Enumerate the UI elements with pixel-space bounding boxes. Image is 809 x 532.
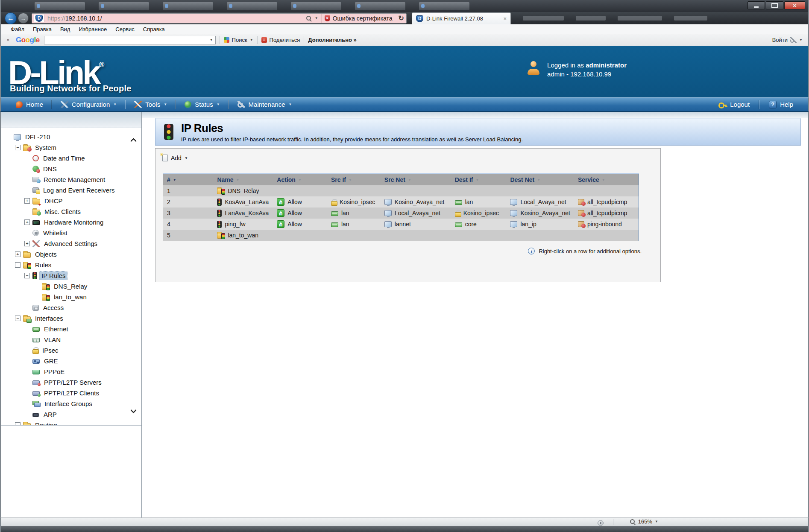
tree-scroll-down[interactable]	[128, 406, 139, 417]
tree-item-hardware-monitoring[interactable]: +Hardware Monitoring	[1, 217, 141, 228]
tree-item-pppoe[interactable]: PPPoE	[1, 366, 141, 377]
search-history-dropdown-icon[interactable]	[208, 38, 215, 42]
tree-item-dns-relay[interactable]: DNS_Relay	[1, 281, 141, 292]
expand-icon[interactable]: +	[24, 219, 30, 225]
toolbar-close-icon[interactable]	[6, 37, 15, 43]
collapse-icon[interactable]: −	[15, 422, 21, 426]
tree-item-access[interactable]: Access	[1, 302, 141, 313]
nav-help[interactable]: Help	[760, 98, 802, 111]
toolbar-settings-icon[interactable]	[790, 37, 797, 43]
expand-icon[interactable]: +	[15, 251, 21, 257]
menu-[interactable]: Правка	[29, 25, 56, 33]
tree-item-log-and-event-receivers[interactable]: Log and Event Receivers	[1, 185, 141, 196]
tree-item-dfl-210[interactable]: DFL-210	[1, 132, 141, 142]
log-icon	[32, 187, 39, 193]
nav-status[interactable]: Status	[176, 98, 228, 111]
browser-tab[interactable]: D-Link Firewall 2.27.08	[412, 12, 511, 24]
google-search-button[interactable]: Поиск	[224, 37, 253, 43]
tree-item-remote-management[interactable]: Remote Management	[1, 174, 141, 185]
minimize-button[interactable]	[747, 1, 765, 9]
back-button[interactable]	[5, 12, 17, 24]
signin-button[interactable]: Войти	[772, 37, 803, 43]
background-window-item	[99, 2, 149, 10]
add-dropdown-icon[interactable]	[185, 156, 188, 160]
nav-logout[interactable]: Logout	[710, 98, 758, 111]
column-header-action[interactable]: Action	[273, 174, 327, 185]
collapse-icon[interactable]: −	[15, 262, 21, 268]
maximize-button[interactable]	[766, 1, 783, 9]
menu-[interactable]: Файл	[6, 25, 29, 33]
tree-item-ipsec[interactable]: IPsec	[1, 345, 141, 356]
search-options-dropdown-icon[interactable]	[250, 38, 253, 42]
expand-icon[interactable]: +	[24, 198, 30, 204]
tree-item-ethernet[interactable]: Ethernet	[1, 324, 141, 334]
column-header-dest-if[interactable]: Dest If	[451, 174, 507, 185]
rule-row-5[interactable]: 5lan_to_wan	[163, 230, 639, 241]
nav-home[interactable]: Home	[7, 98, 52, 111]
tree-item-interface-groups[interactable]: Interface Groups	[1, 398, 141, 409]
column-header-src-net[interactable]: Src Net	[381, 174, 451, 185]
tree-item-date-and-time[interactable]: Date and Time	[1, 153, 141, 164]
refresh-icon[interactable]	[399, 15, 404, 22]
column-header-dest-net[interactable]: Dest Net	[506, 174, 574, 185]
tree-item-dns[interactable]: DNS	[1, 164, 141, 174]
tree-label: DHCP	[43, 197, 64, 205]
tree-item-whitelist[interactable]: Whitelist	[1, 228, 141, 238]
rule-row-1[interactable]: 1DNS_Relay	[163, 185, 639, 196]
tree-item-lan-to-wan[interactable]: lan_to_wan	[1, 292, 141, 302]
tree-item-misc-clients[interactable]: Misc. Clients	[1, 206, 141, 217]
column-header-name[interactable]: Name	[213, 174, 273, 185]
search-icon[interactable]	[306, 15, 312, 21]
tree-item-gre[interactable]: GRE	[1, 356, 141, 366]
rule-row-4[interactable]: 4ping_fwAllowlanlannetcorelan_ipping-inb…	[163, 219, 639, 230]
tree-item-interfaces[interactable]: −Interfaces	[1, 313, 141, 324]
add-button[interactable]: Add	[162, 155, 188, 161]
column-header-[interactable]: #	[163, 174, 214, 185]
nav-tools[interactable]: Tools	[126, 98, 176, 111]
collapse-icon[interactable]: −	[15, 145, 21, 150]
address-bar[interactable]: https://192.168.10.1/ Ошибка сертификата	[32, 13, 407, 23]
expand-icon[interactable]: +	[24, 241, 30, 246]
user-avatar-icon	[526, 61, 541, 75]
collapse-icon[interactable]: −	[24, 273, 30, 278]
column-header-src-if[interactable]: Src If	[327, 174, 381, 185]
tree-item-system[interactable]: −System	[1, 142, 141, 153]
tree-item-arp[interactable]: ARP	[1, 409, 141, 420]
column-header-service[interactable]: Service	[574, 174, 639, 185]
toolbar-settings-dropdown-icon[interactable]	[799, 38, 803, 42]
tree-item-dhcp[interactable]: +DHCP	[1, 196, 141, 206]
menu-[interactable]: Справка	[139, 25, 169, 33]
forward-button[interactable]	[18, 13, 29, 23]
nav-configuration[interactable]: Configuration	[52, 98, 125, 111]
tree-item-rules[interactable]: −Rules	[1, 260, 141, 270]
zoom-dropdown-icon[interactable]	[655, 520, 658, 523]
more-button[interactable]: Дополнительно »	[308, 37, 356, 43]
address-dropdown-icon[interactable]	[315, 16, 318, 20]
menu-[interactable]: Сервис	[111, 25, 139, 33]
tab-close-icon[interactable]	[503, 15, 507, 22]
tree-item-advanced-settings[interactable]: +Advanced Settings	[1, 238, 141, 249]
tree-item-vlan[interactable]: VLAN	[1, 334, 141, 345]
zoom-control[interactable]: 165%	[630, 518, 658, 525]
certificate-error-button[interactable]: Ошибка сертификата	[321, 14, 396, 23]
tree-item-routing[interactable]: −Routing	[1, 420, 141, 426]
column-label: Service	[578, 176, 599, 183]
background-window-item	[35, 2, 85, 10]
google-search-box[interactable]	[44, 36, 216, 44]
tree-item-pptp-l2tp-servers[interactable]: PPTP/L2TP Servers	[1, 377, 141, 388]
tree-label: DNS	[41, 165, 59, 173]
share-button[interactable]: Поделиться	[261, 37, 300, 43]
nav-maintenance[interactable]: Maintenance	[229, 98, 301, 111]
tree-scroll-up[interactable]	[128, 134, 139, 145]
tree-item-ip-rules[interactable]: −IP Rules	[1, 270, 141, 281]
google-search-input[interactable]	[47, 37, 208, 43]
tree-item-objects[interactable]: +Objects	[1, 249, 141, 260]
rule-row-3[interactable]: 3LanAva_KosAvaAllowlanLocal_Avaya_netKos…	[163, 208, 639, 219]
menu-[interactable]: Вид	[56, 25, 75, 33]
if-groups-icon	[32, 401, 40, 406]
menu-[interactable]: Избранное	[74, 25, 111, 33]
collapse-icon[interactable]: −	[15, 316, 21, 321]
rule-row-2[interactable]: 2KosAva_LanAvaAllowKosino_ipsecKosino_Av…	[163, 196, 639, 208]
close-button[interactable]	[784, 1, 805, 9]
tree-item-pptp-l2tp-clients[interactable]: PPTP/L2TP Clients	[1, 388, 141, 398]
